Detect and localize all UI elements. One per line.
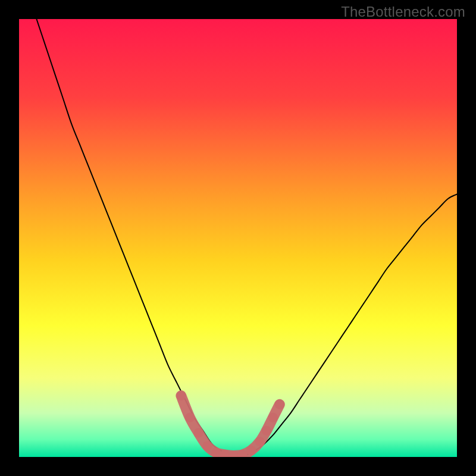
marker-dot — [202, 441, 212, 451]
marker-dot — [211, 448, 221, 457]
marker-dot — [176, 391, 186, 400]
marker-dot — [275, 400, 284, 409]
gradient-background — [19, 19, 457, 457]
marker-dot — [185, 413, 195, 422]
marker-dot — [255, 437, 265, 446]
marker-dot — [194, 428, 203, 437]
watermark-text: TheBottleneck.com — [341, 4, 465, 20]
marker-dot — [246, 446, 256, 455]
marker-dot — [262, 426, 271, 436]
chart-frame: TheBottleneck.com — [0, 0, 476, 476]
chart-svg — [19, 19, 457, 457]
plot-area — [19, 19, 457, 457]
marker-dot — [268, 413, 278, 422]
